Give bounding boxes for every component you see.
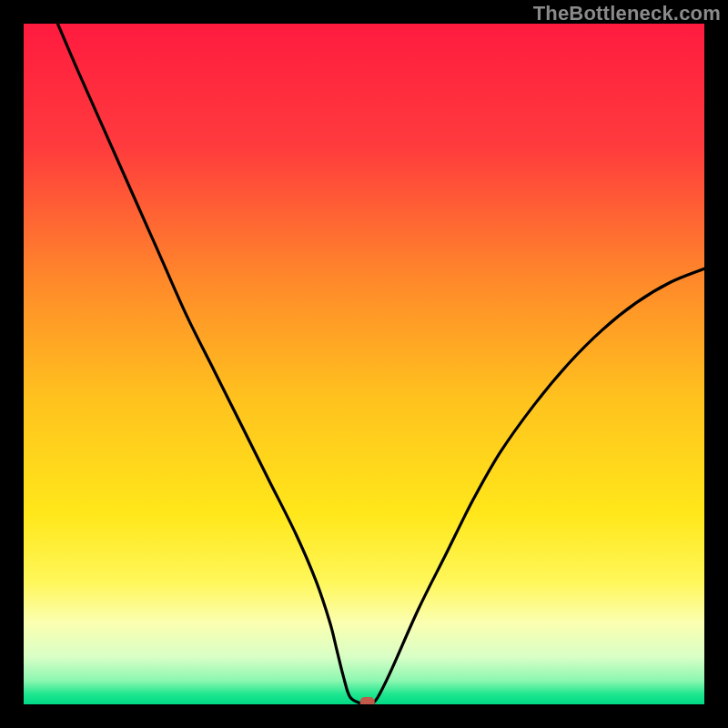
curve-layer (24, 24, 704, 704)
bottleneck-curve (57, 24, 704, 704)
watermark-text: TheBottleneck.com (533, 2, 721, 25)
chart-frame: TheBottleneck.com (0, 0, 728, 728)
plot-area (24, 24, 704, 704)
minimum-marker (360, 697, 375, 704)
